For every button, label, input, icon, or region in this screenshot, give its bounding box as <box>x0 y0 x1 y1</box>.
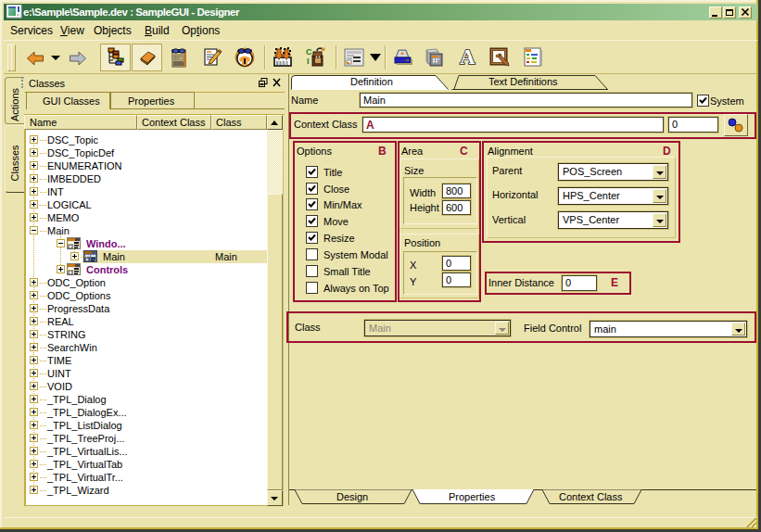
svg-text:C: C <box>306 47 312 57</box>
svg-text:I: I <box>307 57 310 66</box>
